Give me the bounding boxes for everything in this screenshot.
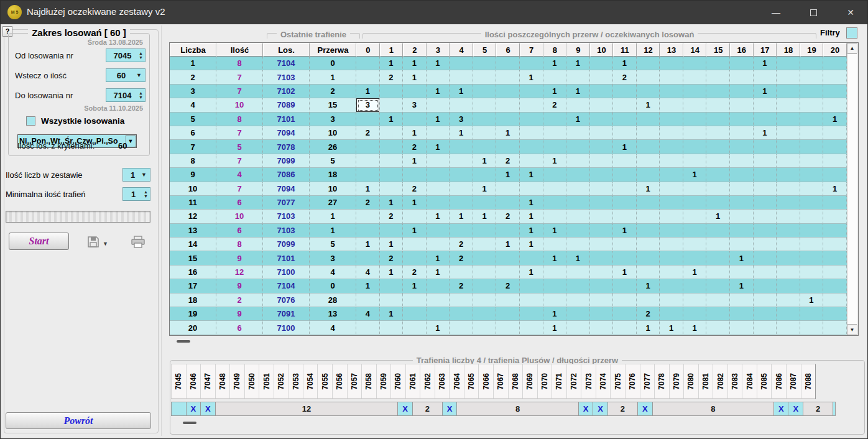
splitter-handle-bottom[interactable] [183,422,196,424]
cell-gap-19[interactable] [800,85,824,98]
cell-gap-19[interactable] [800,126,824,140]
cell-przerwa[interactable]: 4 [310,266,356,279]
cell-los[interactable]: 7100 [263,321,310,335]
cell-gap-4[interactable] [450,293,473,307]
cell-gap-8[interactable] [543,293,567,307]
cell-gap-3[interactable]: 1 [427,57,450,70]
cell-gap-6[interactable] [496,57,520,70]
cell-gap-19[interactable] [800,182,824,196]
back-count-dropdown-icon[interactable]: ▼ [136,72,142,78]
cell-gap-16[interactable] [730,70,754,84]
cell-gap-3[interactable]: 1 [427,85,450,98]
cell-przerwa[interactable]: 0 [310,57,356,70]
cell-gap-7[interactable]: 1 [520,210,543,223]
cell-gap-14[interactable] [683,98,707,112]
cell-los[interactable]: 7103 [263,224,310,238]
cell-gap-2[interactable]: 1 [403,126,427,140]
cell-liczba[interactable]: 8 [170,154,216,168]
cell-gap-2[interactable] [403,113,427,126]
hit-cell[interactable]: X [200,402,216,416]
cell-gap-7[interactable] [520,251,543,265]
cell-gap-6[interactable] [496,182,520,196]
cell-gap-19[interactable] [800,168,824,182]
cell-gap-11[interactable] [613,154,637,168]
cell-gap-3[interactable] [427,126,450,140]
cell-gap-19[interactable] [800,238,824,251]
cell-gap-9[interactable] [566,238,590,251]
cell-gap-9[interactable]: 1 [566,251,590,265]
cell-gap-10[interactable] [590,154,614,168]
cell-gap-15[interactable] [706,196,730,210]
scrollbar-thumb[interactable] [847,53,857,325]
cell-gap-18[interactable] [777,140,800,154]
cell-gap-19[interactable] [800,279,824,293]
cell-gap-15[interactable] [706,126,730,140]
cell-gap-5[interactable] [473,307,497,321]
cell-gap-3[interactable] [427,154,450,168]
cell-gap-10[interactable] [590,126,614,140]
cell-gap-11[interactable] [613,168,637,182]
cell-gap-6[interactable] [496,70,520,84]
empty-cell[interactable] [171,402,187,416]
cell-gap-0[interactable] [356,321,380,335]
cell-gap-19[interactable]: 1 [800,293,824,307]
cell-gap-6[interactable]: 2 [496,279,520,293]
cell-gap-1[interactable]: 1 [380,266,404,279]
cell-gap-0[interactable] [356,210,380,223]
cell-gap-1[interactable]: 2 [380,210,404,223]
cell-liczba[interactable]: 20 [170,321,216,335]
cell-gap-12[interactable] [637,168,660,182]
cell-gap-5[interactable] [473,321,497,335]
cell-gap-2[interactable] [403,168,427,182]
cell-gap-6[interactable] [496,266,520,279]
cell-przerwa[interactable]: 1 [310,210,356,223]
cell-gap-13[interactable] [660,307,683,321]
cell-gap-20[interactable] [823,98,847,112]
cell-przerwa[interactable]: 13 [310,307,356,321]
cell-gap-6[interactable] [496,293,520,307]
cell-liczba[interactable]: 18 [170,293,216,307]
cell-gap-11[interactable] [613,210,637,223]
cell-gap-2[interactable] [403,210,427,223]
cell-gap-5[interactable] [473,279,497,293]
cell-ilosc[interactable]: 8 [216,57,263,70]
cell-gap-11[interactable] [613,85,637,98]
cell-gap-15[interactable] [706,113,730,126]
cell-liczba[interactable]: 4 [170,98,216,112]
min-hits-spinner[interactable]: 1 ▲▼ [122,187,150,201]
cell-gap-11[interactable] [613,98,637,112]
cell-gap-17[interactable]: 1 [754,126,777,140]
cell-gap-8[interactable] [543,279,567,293]
cell-gap-3[interactable]: 1 [427,113,450,126]
cell-gap-11[interactable] [613,279,637,293]
cell-gap-0[interactable]: 3 [356,98,380,112]
cell-liczba[interactable]: 19 [170,307,216,321]
cell-gap-19[interactable] [800,70,824,84]
cell-gap-14[interactable] [683,238,707,251]
cell-gap-2[interactable] [403,307,427,321]
cell-gap-16[interactable] [730,154,754,168]
cell-gap-12[interactable] [637,251,660,265]
cell-gap-4[interactable] [450,98,473,112]
cell-przerwa[interactable]: 1 [310,224,356,238]
cell-gap-13[interactable] [660,126,683,140]
cell-gap-15[interactable] [706,182,730,196]
cell-gap-15[interactable] [706,140,730,154]
cell-gap-19[interactable] [800,57,824,70]
gap-length-cell[interactable]: 12 [215,402,399,416]
cell-gap-12[interactable] [637,224,660,238]
cell-gap-7[interactable] [520,279,543,293]
cell-gap-10[interactable] [590,182,614,196]
cell-gap-19[interactable] [800,196,824,210]
cell-gap-19[interactable] [800,210,824,223]
cell-gap-18[interactable] [777,57,800,70]
cell-gap-2[interactable]: 2 [403,140,427,154]
cell-gap-11[interactable]: 2 [613,70,637,84]
cell-gap-16[interactable] [730,140,754,154]
cell-gap-1[interactable] [380,140,404,154]
cell-gap-7[interactable] [520,182,543,196]
hit-cell[interactable]: X [788,402,803,416]
splitter-handle-top[interactable] [177,340,190,343]
cell-gap-1[interactable]: 1 [380,113,404,126]
cell-gap-19[interactable] [800,140,824,154]
